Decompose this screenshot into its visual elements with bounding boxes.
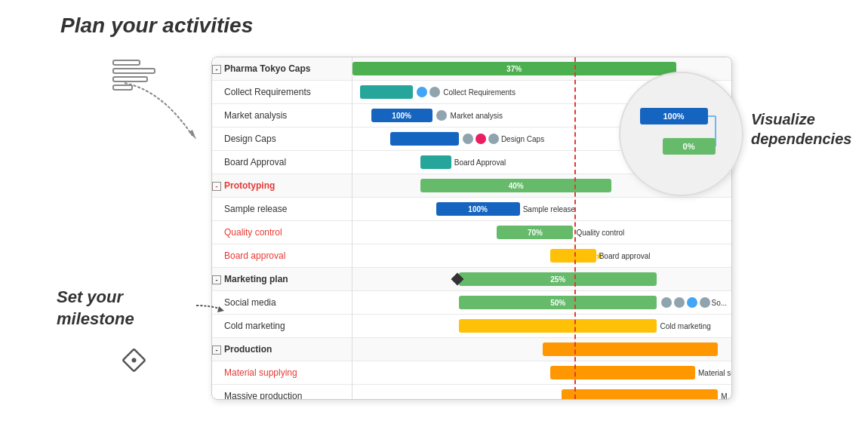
avatars-design bbox=[462, 134, 500, 144]
viz-dep-label: Visualize dependencies bbox=[751, 109, 864, 149]
gantt-row-sample: Sample release100%Sample release bbox=[212, 198, 731, 221]
zoom-dependency-circle: 100% 0% bbox=[619, 72, 743, 196]
bar-material bbox=[550, 366, 695, 379]
bar-collect bbox=[360, 85, 414, 99]
arrow-sketch-icon bbox=[117, 75, 208, 154]
right-label-quality: Quality control bbox=[576, 229, 624, 237]
task-name-pharma: -Pharma Tokyo Caps bbox=[212, 57, 352, 81]
task-name-collect: Collect Requirements bbox=[212, 81, 352, 104]
zoom-bar-2: 0% bbox=[663, 138, 716, 155]
milestone-diamond-icon bbox=[121, 347, 147, 376]
task-name-production: -Production bbox=[212, 338, 352, 361]
gantt-row-quality: Quality control70%Quality control bbox=[212, 221, 731, 244]
gantt-row-social: Social media50%So... bbox=[212, 291, 731, 315]
bar-board1 bbox=[420, 155, 451, 169]
bar-quality: 70% bbox=[497, 226, 573, 239]
bar-cold bbox=[459, 319, 657, 333]
zoom-content: 100% 0% bbox=[633, 97, 731, 172]
bar-proto: 40% bbox=[420, 179, 611, 192]
right-label-cold: Cold marketing bbox=[660, 322, 711, 330]
task-name-massive: Massive production bbox=[212, 385, 352, 401]
svg-rect-1 bbox=[113, 69, 155, 73]
bar-cell-production bbox=[352, 338, 731, 361]
milestone-label: Set yourmilestone bbox=[57, 287, 134, 330]
bar-boardapp bbox=[550, 249, 596, 263]
bar-cell-cold: Cold marketing bbox=[352, 315, 731, 338]
task-name-boardapp: Board approval bbox=[212, 244, 352, 268]
gantt-row-marketing: -Marketing plan25% bbox=[212, 268, 731, 291]
bar-cell-sample: 100%Sample release bbox=[352, 198, 731, 221]
right-label-sample: Sample release bbox=[523, 205, 575, 213]
task-name-design: Design Caps bbox=[212, 127, 352, 151]
bar-massive bbox=[562, 389, 718, 400]
bar-production bbox=[543, 342, 718, 356]
svg-rect-0 bbox=[113, 60, 140, 65]
task-name-quality: Quality control bbox=[212, 221, 352, 244]
right-label-massive: M... bbox=[721, 392, 732, 401]
right-label-board1: Board Approval bbox=[454, 158, 506, 167]
bar-design bbox=[390, 132, 459, 146]
task-name-proto: -Prototyping bbox=[212, 174, 352, 198]
zoom-bar-1: 100% bbox=[640, 108, 708, 124]
bar-cell-quality: 70%Quality control bbox=[352, 221, 731, 244]
bar-cell-social: 50%So... bbox=[352, 291, 731, 315]
task-name-material: Material supplying bbox=[212, 361, 352, 385]
gantt-row-cold: Cold marketingCold marketing bbox=[212, 315, 731, 338]
bar-cell-massive: M... bbox=[352, 385, 731, 401]
task-name-marketing: -Marketing plan bbox=[212, 268, 352, 291]
bar-cell-material: Material supplying bbox=[352, 361, 731, 385]
svg-point-10 bbox=[132, 358, 137, 363]
right-label-design: Design Caps bbox=[501, 135, 544, 143]
right-label-market: Market analysis bbox=[451, 112, 503, 120]
arrow-milestone-icon bbox=[192, 294, 226, 324]
gantt-row-boardapp: Board approval★Board approval bbox=[212, 244, 731, 268]
bar-marketing: 25% bbox=[459, 272, 657, 286]
task-name-board1: Board Approval bbox=[212, 151, 352, 174]
gantt-row-production: -Production bbox=[212, 338, 731, 361]
right-label-collect: Collect Requirements bbox=[443, 88, 516, 97]
task-name-cold: Cold marketing bbox=[212, 315, 352, 338]
gantt-row-massive: Massive productionM... bbox=[212, 385, 731, 401]
avatars-collect bbox=[416, 87, 441, 97]
gantt-row-pharma: -Pharma Tokyo Caps37% bbox=[212, 57, 731, 81]
bar-sample: 100% bbox=[436, 202, 520, 216]
svg-marker-11 bbox=[217, 306, 224, 312]
bar-market: 100% bbox=[371, 109, 432, 122]
bar-pharma: 37% bbox=[352, 62, 676, 75]
bar-cell-marketing: 25% bbox=[352, 268, 731, 291]
avatars-social bbox=[660, 297, 711, 308]
gantt-row-material: Material supplyingMaterial supplying bbox=[212, 361, 731, 385]
bar-social: 50% bbox=[459, 296, 657, 309]
right-label-social: So... bbox=[712, 299, 728, 307]
right-label-boardapp: Board approval bbox=[599, 252, 651, 260]
task-name-sample: Sample release bbox=[212, 198, 352, 221]
right-label-material: Material supplying bbox=[698, 369, 732, 377]
task-name-social: Social media bbox=[212, 291, 352, 315]
task-name-market: Market analysis bbox=[212, 104, 352, 127]
avatars-market bbox=[436, 110, 448, 121]
page-title: Plan your activities bbox=[60, 14, 253, 38]
bar-cell-boardapp: ★Board approval bbox=[352, 244, 731, 268]
